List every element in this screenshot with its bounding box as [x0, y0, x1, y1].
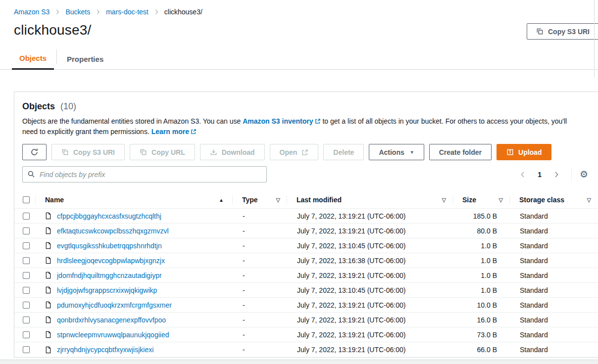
object-last-modified: July 7, 2022, 13:19:21 (UTC-06:00) — [287, 331, 453, 339]
object-size: 80.0 B — [453, 227, 510, 235]
select-all-checkbox[interactable] — [23, 196, 30, 203]
tab-properties[interactable]: Properties — [59, 48, 111, 70]
upload-button[interactable]: Upload — [497, 144, 551, 160]
object-type: - — [233, 301, 287, 309]
copy-s3-uri-label: Copy S3 URI — [73, 148, 115, 156]
open-label: Open — [280, 148, 298, 156]
next-page-button[interactable] — [548, 169, 564, 181]
object-size: 1.0 B — [453, 272, 510, 279]
name-header-label: Name — [45, 196, 64, 204]
object-name-link[interactable]: efktaqtucswkcowpclbsszhqxgzmvzvl — [57, 227, 169, 235]
learn-more-link[interactable]: Learn more — [151, 128, 197, 136]
table-row: hrdlsleegjoqevcogbpwlapwbjxgnzjx - July … — [14, 253, 598, 268]
object-size: 16.0 B — [453, 316, 510, 324]
object-storage-class: Standard — [510, 286, 598, 294]
page-number[interactable]: 1 — [533, 169, 547, 181]
external-link-icon — [315, 117, 321, 127]
previous-page-button[interactable] — [515, 169, 531, 181]
copy-s3-uri-header-button[interactable]: Copy S3 URI — [527, 23, 598, 40]
objects-heading: Objects (10) — [22, 101, 590, 112]
file-icon — [45, 257, 51, 264]
table-row: evgtlqusgiksshkubetrqqpshnrhdtjn - July … — [14, 238, 598, 253]
object-storage-class: Standard — [510, 316, 598, 324]
copy-s3-uri-header-label: Copy S3 URI — [548, 28, 590, 36]
tab-objects[interactable]: Objects — [12, 48, 54, 70]
object-name-link[interactable]: cfppcjbbggayhcxcasfxsugtzhcqlthj — [57, 212, 161, 220]
file-icon — [45, 301, 51, 309]
download-button[interactable]: Download — [200, 144, 265, 160]
object-last-modified: July 7, 2022, 13:19:21 (UTC-06:00) — [287, 212, 453, 220]
row-checkbox[interactable] — [23, 242, 30, 249]
file-icon — [45, 242, 51, 249]
row-checkbox[interactable] — [23, 346, 30, 353]
row-checkbox[interactable] — [23, 213, 30, 220]
breadcrumb-buckets[interactable]: Buckets — [65, 8, 90, 16]
search-input[interactable] — [22, 166, 267, 182]
object-type: - — [233, 212, 287, 220]
object-name-link[interactable]: hrdlsleegjoqevcogbpwlapwbjxgnzjx — [57, 257, 165, 265]
row-checkbox[interactable] — [23, 317, 30, 323]
upload-icon — [506, 148, 514, 156]
row-checkbox[interactable] — [23, 272, 30, 279]
page-bottom-strip — [0, 360, 598, 364]
object-name-link[interactable]: pdumoxyhjcdfuoqkrzxmfcrgmfgsxmer — [57, 301, 172, 309]
search-box — [22, 166, 267, 182]
column-header-last-modified[interactable]: Last modified▽ — [287, 191, 453, 208]
refresh-button[interactable] — [22, 144, 47, 160]
delete-button[interactable]: Delete — [323, 144, 364, 160]
file-icon — [45, 227, 51, 234]
column-header-size[interactable]: Size▽ — [453, 191, 510, 208]
amazon-s3-inventory-link[interactable]: Amazon S3 inventory — [243, 117, 320, 125]
object-storage-class: Standard — [510, 212, 598, 220]
object-last-modified: July 7, 2022, 13:16:38 (UTC-06:00) — [287, 257, 453, 265]
object-size: 185.0 B — [453, 212, 510, 220]
row-checkbox[interactable] — [23, 331, 30, 338]
preferences-gear-button[interactable]: ⚙ — [579, 170, 589, 179]
copy-icon — [140, 148, 147, 156]
object-storage-class: Standard — [510, 346, 598, 354]
column-header-storage-class[interactable]: Storage class▽ — [510, 191, 598, 208]
objects-heading-label: Objects — [22, 101, 55, 111]
actions-dropdown-button[interactable]: Actions ▼ — [369, 144, 424, 160]
tab-divider — [56, 49, 57, 64]
toolbar: Copy S3 URI Copy URL Download Open Delet… — [22, 144, 590, 160]
row-checkbox[interactable] — [23, 302, 30, 309]
column-header-type[interactable]: Type▽ — [233, 191, 287, 208]
object-name-link[interactable]: lvjdjgojwfsgrappscrxixwjqkigwikp — [57, 286, 157, 294]
copy-url-label: Copy URL — [151, 148, 185, 156]
copy-url-button[interactable]: Copy URL — [130, 144, 195, 160]
object-name-link[interactable]: qonbrdxrhlvysanacgenexpffovvfpoo — [57, 316, 166, 324]
column-header-name[interactable]: Name▲ — [36, 191, 233, 208]
file-icon — [45, 272, 51, 279]
breadcrumb-amazon-s3[interactable]: Amazon S3 — [14, 8, 50, 16]
objects-description: Objects are the fundamental entities sto… — [22, 116, 583, 137]
external-link-icon — [191, 127, 197, 137]
breadcrumb-bucket-name[interactable]: mars-doc-test — [106, 8, 149, 16]
download-icon — [210, 148, 217, 156]
object-name-link[interactable]: stpnwcleepmvruwwqlpaunukjqogiied — [57, 331, 169, 339]
object-type: - — [233, 286, 287, 294]
object-name-link[interactable]: evgtlqusgiksshkubetrqqpshnrhdtjn — [57, 242, 162, 250]
type-header-label: Type — [242, 196, 258, 204]
learn-more-label: Learn more — [151, 128, 189, 136]
sort-icon: ▽ — [499, 197, 503, 203]
modified-header-label: Last modified — [297, 196, 342, 204]
file-icon — [45, 212, 51, 220]
open-button[interactable]: Open — [270, 144, 319, 160]
search-icon — [27, 170, 35, 180]
row-checkbox[interactable] — [23, 257, 30, 264]
object-storage-class: Standard — [510, 331, 598, 339]
object-storage-class: Standard — [510, 257, 598, 265]
row-checkbox[interactable] — [23, 228, 30, 234]
caret-down-icon: ▼ — [410, 150, 414, 155]
object-type: - — [233, 316, 287, 324]
create-folder-button[interactable]: Create folder — [429, 144, 492, 160]
row-checkbox[interactable] — [23, 287, 30, 294]
object-name-link[interactable]: zjrryqhdnjycypcqbtfxyxwjisjkiexi — [57, 346, 153, 354]
table-row: efktaqtucswkcowpclbsszhqxgzmvzvl - July … — [14, 224, 598, 238]
file-icon — [45, 286, 51, 294]
chevron-left-icon — [519, 171, 527, 179]
copy-s3-uri-button[interactable]: Copy S3 URI — [51, 144, 125, 160]
object-last-modified: July 7, 2022, 13:10:45 (UTC-06:00) — [287, 242, 453, 250]
object-name-link[interactable]: jdomfndjhquiltmgghcnzautadigiypr — [57, 272, 162, 279]
